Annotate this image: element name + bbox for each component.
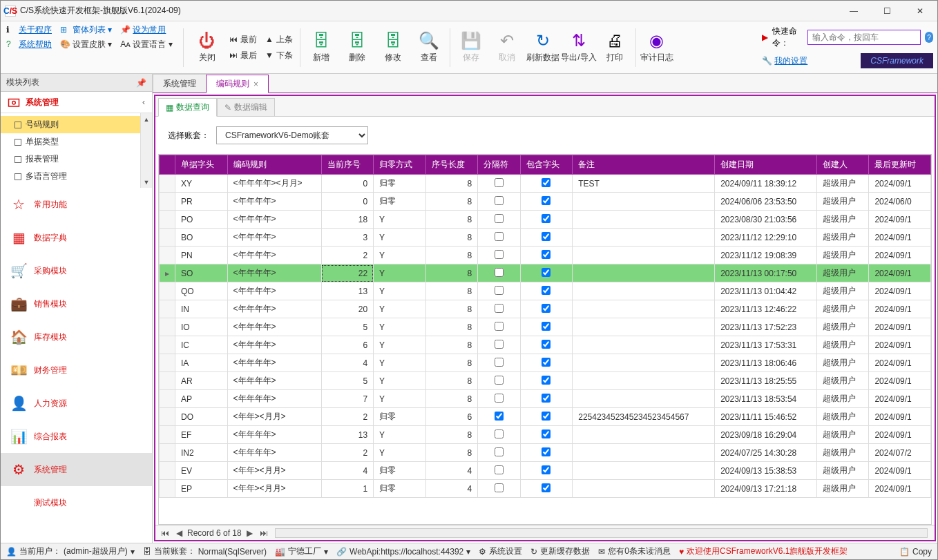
sep-checkbox[interactable] <box>495 304 504 313</box>
col-header[interactable]: 当前序号 <box>321 155 374 175</box>
table-row[interactable]: IN<年年年年>20Y82023/11/13 12:46:22超级用户2024/… <box>160 300 931 318</box>
module-item[interactable]: 💴财务管理 <box>1 354 152 387</box>
nav-last-icon[interactable]: ⏭ <box>258 528 269 538</box>
head-checkbox[interactable] <box>542 232 551 241</box>
col-header[interactable]: 备注 <box>573 155 715 175</box>
sep-checkbox[interactable] <box>495 178 504 187</box>
sep-checkbox[interactable] <box>495 232 504 241</box>
module-item[interactable]: ▦数据字典 <box>1 221 152 254</box>
table-row[interactable]: AP<年年年年>7Y82023/11/13 18:53:54超级用户2024/0… <box>160 390 931 408</box>
nav-scrollbar[interactable] <box>275 528 928 538</box>
audit-button[interactable]: ◉审计日志 <box>639 21 675 73</box>
export-button[interactable]: ⇅导出/导入 <box>561 21 597 73</box>
set-default-link[interactable]: 📌设为常用 <box>120 24 166 36</box>
table-row[interactable]: DO<年年><月月>2归零622542345234523452345456720… <box>160 408 931 426</box>
sidebar-group[interactable]: 系统管理‹ <box>1 92 152 113</box>
last-record[interactable]: ⏭最后 <box>229 50 257 61</box>
quick-cmd-input[interactable] <box>807 30 921 45</box>
module-item[interactable]: ☆常用功能 <box>1 188 152 221</box>
head-checkbox[interactable] <box>542 214 551 223</box>
skin-link[interactable]: 🎨设置皮肤 ▾ <box>60 39 112 50</box>
status-msg[interactable]: ✉ 您有0条未读消息 <box>598 545 671 557</box>
head-checkbox[interactable] <box>542 304 551 313</box>
head-checkbox[interactable] <box>542 286 551 295</box>
module-item[interactable]: 👤人力资源 <box>1 387 152 420</box>
col-header[interactable]: 单据字头 <box>175 155 228 175</box>
head-checkbox[interactable] <box>542 358 551 367</box>
tree-scrollbar[interactable]: ▲▼ <box>140 113 152 188</box>
tab-system[interactable]: 系统管理 <box>153 74 207 93</box>
subtab-query[interactable]: ▦数据查询 <box>158 98 217 117</box>
sep-checkbox[interactable] <box>495 196 504 205</box>
close-button[interactable]: ⏻关闭 <box>189 21 225 73</box>
col-header[interactable]: 序号长度 <box>425 155 478 175</box>
first-record[interactable]: ⏮最前 <box>229 34 257 46</box>
sep-checkbox[interactable] <box>495 376 504 385</box>
sep-checkbox[interactable] <box>495 394 504 403</box>
sep-checkbox[interactable] <box>495 268 504 277</box>
account-select[interactable]: CSFrameworkV6-Demo账套 <box>216 126 368 144</box>
head-checkbox[interactable] <box>542 268 551 277</box>
col-header[interactable]: 最后更新时 <box>869 155 931 175</box>
head-checkbox[interactable] <box>542 483 551 492</box>
col-header[interactable]: 分隔符 <box>478 155 521 175</box>
delete-button[interactable]: 🗄删除 <box>339 21 375 73</box>
grid-navigator[interactable]: ⏮ ◀ Record 6 of 18 ▶ ⏭ <box>155 525 935 540</box>
sep-checkbox[interactable] <box>495 214 504 223</box>
col-header[interactable]: 归零方式 <box>374 155 426 175</box>
table-row[interactable]: EF<年年年年>13Y82023/09/18 16:29:04超级用户2024/… <box>160 426 931 444</box>
pin-icon[interactable]: 📌 <box>136 78 146 88</box>
module-item[interactable]: ⚙系统管理 <box>1 453 152 486</box>
refresh-button[interactable]: ↻刷新数据 <box>525 21 561 73</box>
table-row[interactable]: PR<年年年年>0归零82024/06/06 23:53:50超级用户2024/… <box>160 193 931 211</box>
sep-checkbox[interactable] <box>495 465 504 474</box>
table-row[interactable]: AR<年年年年>5Y82023/11/13 18:25:55超级用户2024/0… <box>160 372 931 390</box>
help-badge-icon[interactable]: ? <box>925 32 933 43</box>
tree-item[interactable]: 报表管理 <box>1 151 140 168</box>
head-checkbox[interactable] <box>542 178 551 187</box>
head-checkbox[interactable] <box>542 376 551 385</box>
col-header[interactable]: 创建日期 <box>715 155 817 175</box>
sep-checkbox[interactable] <box>495 250 504 259</box>
head-checkbox[interactable] <box>542 340 551 349</box>
table-row[interactable]: IA<年年年年>4Y82023/11/13 18:06:46超级用户2024/0… <box>160 354 931 372</box>
status-cache[interactable]: ↻ 更新缓存数据 <box>530 545 590 557</box>
add-button[interactable]: 🗄新增 <box>303 21 339 73</box>
sep-checkbox[interactable] <box>495 429 504 438</box>
help-link[interactable]: ?系统帮助 <box>6 39 52 50</box>
tab-coding-rule[interactable]: 编码规则× <box>206 75 269 93</box>
modify-button[interactable]: 🗄修改 <box>375 21 411 73</box>
head-checkbox[interactable] <box>542 196 551 205</box>
table-row[interactable]: BO<年年年年>3Y82023/11/12 12:29:10超级用户2024/0… <box>160 229 931 247</box>
status-factory[interactable]: 🏭 宁德工厂 ▾ <box>275 545 328 557</box>
head-checkbox[interactable] <box>542 250 551 259</box>
sep-checkbox[interactable] <box>495 412 504 421</box>
head-checkbox[interactable] <box>542 322 551 331</box>
tree-item[interactable]: 号码规则 <box>1 116 140 133</box>
lang-link[interactable]: Aᴀ设置语言 ▾ <box>120 39 172 50</box>
sep-checkbox[interactable] <box>495 322 504 331</box>
sep-checkbox[interactable] <box>495 447 504 456</box>
status-webapi[interactable]: 🔗 WebApi:https://localhost:44392 ▾ <box>336 547 470 557</box>
about-link[interactable]: ℹ关于程序 <box>6 24 52 36</box>
module-item[interactable]: 🛒采购模块 <box>1 254 152 287</box>
head-checkbox[interactable] <box>542 394 551 403</box>
table-row[interactable]: EV<年年><月月>4归零42024/09/13 15:38:53超级用户202… <box>160 462 931 480</box>
col-header[interactable]: 创建人 <box>816 155 869 175</box>
module-item[interactable]: 📊综合报表 <box>1 420 152 453</box>
nav-first-icon[interactable]: ⏮ <box>160 528 171 538</box>
status-user[interactable]: 👤 当前用户：(admin-超级用户) ▾ <box>6 545 135 557</box>
module-item[interactable]: 测试模块 <box>1 486 152 519</box>
col-header[interactable]: 包含字头 <box>520 155 573 175</box>
table-row[interactable]: ▸SO<年年年年>22Y82023/11/13 00:17:50超级用户2024… <box>160 264 931 282</box>
minimize-button[interactable]: — <box>843 4 864 18</box>
close-window-button[interactable]: ✕ <box>910 4 930 18</box>
print-button[interactable]: 🖨打印 <box>597 21 633 73</box>
table-row[interactable]: IC<年年年年>6Y82023/11/13 17:53:31超级用户2024/0… <box>160 336 931 354</box>
formlist-link[interactable]: ⊞窗体列表 ▾ <box>60 24 112 36</box>
table-row[interactable]: PO<年年年年>18Y82023/08/30 21:03:56超级用户2024/… <box>160 211 931 229</box>
head-checkbox[interactable] <box>542 412 551 421</box>
my-settings-link[interactable]: 🔧 我的设置 <box>762 55 807 67</box>
tree-item[interactable]: 多语言管理 <box>1 168 140 185</box>
head-checkbox[interactable] <box>542 429 551 438</box>
